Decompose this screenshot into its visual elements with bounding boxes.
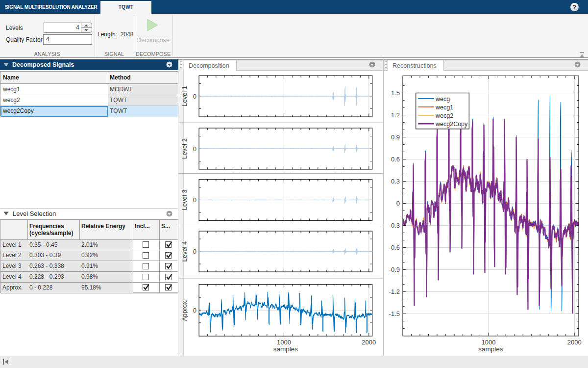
svg-text:Level 2: Level 2 — [181, 138, 188, 159]
svg-text:0: 0 — [193, 306, 196, 314]
svg-text:1.2: 1.2 — [391, 111, 400, 119]
svg-text:wecg2: wecg2 — [435, 112, 453, 119]
svg-text:wecg2Copy: wecg2Copy — [435, 120, 468, 127]
svg-text:0: 0 — [193, 92, 196, 100]
svg-text:-1.5: -1.5 — [389, 310, 400, 317]
svg-text:samples: samples — [273, 345, 298, 353]
svg-text:1000: 1000 — [276, 339, 291, 346]
svg-text:-0.6: -0.6 — [389, 244, 400, 251]
svg-text:samples: samples — [478, 345, 503, 352]
svg-text:wecg: wecg — [435, 95, 450, 102]
svg-text:0.9: 0.9 — [391, 133, 400, 141]
svg-text:2000: 2000 — [567, 338, 582, 345]
svg-text:1.5: 1.5 — [391, 89, 400, 97]
svg-text:Level 4: Level 4 — [181, 241, 188, 262]
svg-text:Level 1: Level 1 — [181, 86, 188, 106]
svg-text:Approx.: Approx. — [181, 299, 188, 321]
svg-text:0: 0 — [193, 248, 196, 255]
svg-text:0: 0 — [193, 196, 196, 204]
svg-text:0: 0 — [396, 200, 400, 207]
svg-text:2000: 2000 — [362, 339, 376, 346]
svg-text:wecg1: wecg1 — [435, 104, 453, 110]
svg-text:Level 3: Level 3 — [181, 189, 188, 210]
svg-text:0.6: 0.6 — [391, 156, 400, 163]
svg-text:0.3: 0.3 — [391, 178, 400, 185]
svg-text:-0.9: -0.9 — [389, 266, 400, 273]
svg-text:1000: 1000 — [482, 338, 496, 345]
svg-text:0: 0 — [193, 145, 196, 152]
svg-text:-0.3: -0.3 — [389, 222, 400, 229]
svg-text:-1.2: -1.2 — [389, 288, 400, 295]
